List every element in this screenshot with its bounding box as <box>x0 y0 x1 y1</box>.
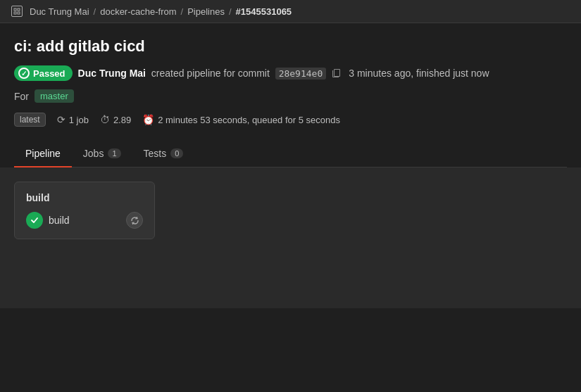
stage-card-build: build build <box>14 182 155 239</box>
time-detail: 2 minutes 53 seconds, queued for 5 secon… <box>158 115 340 125</box>
job-count-item: ⟳ 1 job <box>57 114 89 125</box>
main-content: ci: add gitlab cicd ✓ Passed Duc Trung M… <box>0 23 581 167</box>
job-retry-button[interactable] <box>126 212 143 229</box>
meta-row: latest ⟳ 1 job ⏱ 2.89 ⏰ 2 minutes 53 sec… <box>14 113 567 127</box>
breadcrumb-pipeline-id: #1545531065 <box>236 6 292 17</box>
breadcrumb-user[interactable]: Duc Trung Mai <box>30 6 89 17</box>
duration-item: ⏱ 2.89 <box>100 114 131 125</box>
time-info: 3 minutes ago, finished just now <box>349 68 489 79</box>
stage-title: build <box>26 192 143 203</box>
latest-badge: latest <box>14 113 46 127</box>
passed-badge: ✓ Passed <box>14 65 73 81</box>
breadcrumb-pipelines[interactable]: Pipelines <box>187 6 225 17</box>
svg-rect-0 <box>14 8 16 11</box>
breadcrumb-bar: Duc Trung Mai / docker-cache-from / Pipe… <box>0 0 581 23</box>
job-status-icon <box>26 212 43 229</box>
svg-rect-3 <box>18 12 20 14</box>
clock-icon: ⏱ <box>100 114 110 125</box>
job-item-build: build <box>26 212 143 229</box>
status-text: Duc Trung Mai created pipeline for commi… <box>78 68 327 79</box>
svg-rect-1 <box>18 8 20 11</box>
branch-row: For master <box>14 89 567 103</box>
breadcrumb-sep-1: / <box>94 6 96 17</box>
jobs-icon: ⟳ <box>57 114 65 125</box>
tab-jobs-badge: 1 <box>108 148 120 158</box>
branch-badge[interactable]: master <box>35 89 74 103</box>
svg-rect-2 <box>14 12 16 14</box>
time-detail-item: ⏰ 2 minutes 53 seconds, queued for 5 sec… <box>142 114 340 125</box>
tab-tests-label: Tests <box>144 148 167 159</box>
timer-icon: ⏰ <box>142 114 154 125</box>
passed-label: Passed <box>33 68 65 79</box>
tab-pipeline-label: Pipeline <box>25 148 61 159</box>
nav-icon <box>11 6 23 17</box>
for-label: For <box>14 91 29 102</box>
duration-value: 2.89 <box>113 115 131 125</box>
tab-tests[interactable]: Tests 0 <box>132 141 195 167</box>
job-name: build <box>49 215 120 226</box>
commit-hash: 28e914e0 <box>275 68 327 80</box>
tabs-bar: Pipeline Jobs 1 Tests 0 <box>14 141 567 167</box>
tab-jobs[interactable]: Jobs 1 <box>72 141 132 167</box>
check-icon: ✓ <box>18 68 30 79</box>
status-row: ✓ Passed Duc Trung Mai created pipeline … <box>14 65 567 81</box>
breadcrumb-repo[interactable]: docker-cache-from <box>100 6 176 17</box>
author-name: Duc Trung Mai <box>78 68 146 79</box>
copy-commit-button[interactable] <box>332 68 343 79</box>
page-title: ci: add gitlab cicd <box>14 37 567 56</box>
tab-jobs-label: Jobs <box>83 148 104 159</box>
job-count: 1 job <box>69 115 89 125</box>
breadcrumb-sep-3: / <box>229 6 232 17</box>
pipeline-area: build build <box>0 167 581 308</box>
tab-pipeline[interactable]: Pipeline <box>14 141 72 167</box>
tab-tests-badge: 0 <box>170 148 183 158</box>
action-text: created pipeline for commit <box>151 68 270 79</box>
breadcrumb-sep-2: / <box>181 6 184 17</box>
